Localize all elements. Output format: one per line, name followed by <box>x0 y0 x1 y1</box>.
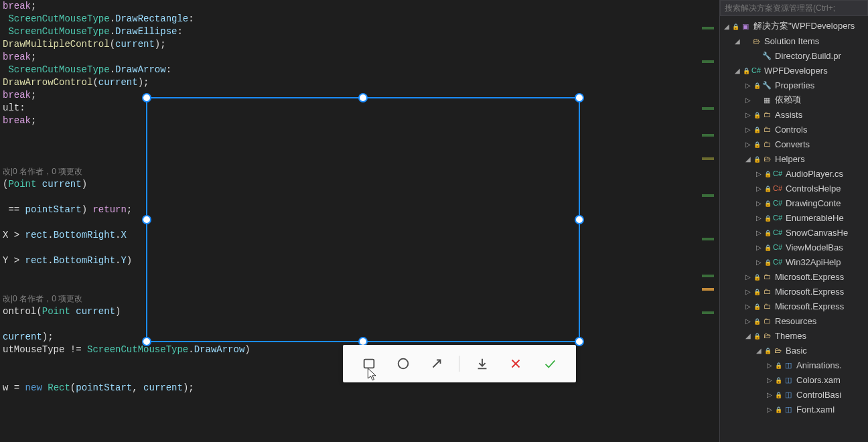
tree-node[interactable]: 🗁Solution Items <box>720 33 868 48</box>
code-line[interactable]: ontrol(Point current) <box>3 305 697 318</box>
tree-node[interactable]: C#ControlsHelpe <box>720 181 868 196</box>
expand-toggle-icon[interactable] <box>733 38 741 45</box>
cancel-button[interactable] <box>504 352 527 375</box>
confirm-button[interactable] <box>538 352 561 375</box>
tree-node[interactable]: 🗀Microsoft.Express <box>720 269 868 284</box>
tree-node[interactable]: 🔧Directory.Build.pr <box>720 48 868 63</box>
xaml-icon: ◫ <box>783 390 794 399</box>
expand-toggle-icon[interactable] <box>755 214 763 222</box>
folder-icon: 🗀 <box>762 301 772 311</box>
expand-toggle-icon[interactable] <box>755 259 763 266</box>
code-line[interactable]: break; <box>3 0 697 13</box>
expand-toggle-icon[interactable] <box>733 67 741 74</box>
solution-search-input[interactable] <box>720 0 868 16</box>
code-line[interactable]: w = new Rect(pointStart, current); <box>3 382 697 394</box>
expand-toggle-icon[interactable] <box>766 391 774 398</box>
tree-node[interactable]: 🗀Microsoft.Express <box>720 284 868 299</box>
code-line[interactable]: 改|0 名作者，0 项更改 <box>3 293 697 305</box>
tree-node[interactable]: C#DrawingConte <box>720 196 868 210</box>
code-line[interactable]: break; <box>3 115 697 127</box>
code-line[interactable]: ult: <box>3 102 697 115</box>
tree-node[interactable]: C#EnumerableHe <box>720 210 868 225</box>
code-line[interactable]: current); <box>3 331 697 344</box>
code-line[interactable]: 改|0 名作者，0 项更改 <box>3 165 697 178</box>
expand-toggle-icon[interactable] <box>744 332 752 340</box>
expand-toggle-icon[interactable] <box>755 347 763 354</box>
tree-node[interactable]: 🗀Assists <box>720 107 868 122</box>
tree-node[interactable]: ▣解决方案"WPFDevelopers <box>720 19 868 33</box>
tree-node-label: 依赖项 <box>775 94 801 106</box>
tree-node[interactable]: ◫Font.xaml <box>720 402 868 417</box>
expand-toggle-icon[interactable] <box>744 82 752 89</box>
tree-node[interactable]: 🗀Resources <box>720 313 868 328</box>
tree-node[interactable]: 🗁Basic <box>720 343 868 358</box>
tree-node[interactable]: C#Win32ApiHelp <box>720 254 868 269</box>
code-line[interactable] <box>3 153 697 165</box>
code-line[interactable]: ScreenCutMouseType.DrawArrow: <box>3 64 697 76</box>
expand-toggle-icon[interactable] <box>744 288 752 295</box>
arrow-icon <box>429 356 444 371</box>
rectangle-icon <box>362 356 376 371</box>
tree-node[interactable]: C#WPFDevelopers <box>720 63 868 78</box>
tree-node[interactable]: 🗀Microsoft.Express <box>720 299 868 313</box>
tree-node[interactable]: C#SnowCanvasHe <box>720 225 868 240</box>
expand-toggle-icon[interactable] <box>766 376 774 384</box>
code-line[interactable]: == pointStart) return; <box>3 204 697 216</box>
code-line[interactable]: break; <box>3 89 697 102</box>
tree-node[interactable]: ▦依赖项 <box>720 92 868 107</box>
code-line[interactable]: DrawMultipleControl(current); <box>3 38 697 51</box>
expand-toggle-icon[interactable] <box>744 96 752 104</box>
code-line[interactable]: X > rect.BottomRight.X <box>3 229 697 242</box>
tree-node-label: AudioPlayer.cs <box>786 169 843 179</box>
tree-node[interactable]: C#ViewModelBas <box>720 240 868 254</box>
ellipse-tool-button[interactable] <box>392 352 415 375</box>
code-line[interactable] <box>3 318 697 331</box>
expand-toggle-icon[interactable] <box>744 303 752 310</box>
expand-toggle-icon[interactable] <box>766 406 774 413</box>
code-line[interactable] <box>3 267 697 280</box>
code-line[interactable] <box>3 280 697 293</box>
rectangle-tool-button[interactable] <box>358 352 380 375</box>
tree-node[interactable]: ◫Animations. <box>720 358 868 372</box>
expand-toggle-icon[interactable] <box>744 141 752 148</box>
tree-node[interactable]: 🗁Helpers <box>720 151 868 166</box>
cs-icon: C# <box>772 183 783 193</box>
code-line[interactable]: Y > rect.BottomRight.Y) <box>3 254 697 267</box>
tree-node[interactable]: ◫Colors.xam <box>720 372 868 387</box>
tree-node[interactable]: 🗀Converts <box>720 137 868 151</box>
code-line[interactable]: ScreenCutMouseType.DrawEllipse: <box>3 25 697 38</box>
folder-open-icon: 🗁 <box>751 36 762 46</box>
code-line[interactable]: (Point current) <box>3 178 697 191</box>
tree-node-label: Microsoft.Express <box>775 301 844 311</box>
expand-toggle-icon[interactable] <box>744 273 752 281</box>
expand-toggle-icon[interactable] <box>723 23 731 30</box>
code-line[interactable] <box>3 127 697 140</box>
code-line[interactable] <box>3 216 697 229</box>
code-line[interactable] <box>3 191 697 204</box>
expand-toggle-icon[interactable] <box>755 170 763 177</box>
expand-toggle-icon[interactable] <box>744 155 752 163</box>
lock-icon <box>764 347 771 354</box>
code-line[interactable]: break; <box>3 51 697 64</box>
expand-toggle-icon[interactable] <box>755 244 763 251</box>
expand-toggle-icon[interactable] <box>755 185 763 192</box>
tree-node[interactable]: 🗁Themes <box>720 328 868 343</box>
code-line[interactable] <box>3 242 697 254</box>
solution-tree[interactable]: ▣解决方案"WPFDevelopers🗁Solution Items🔧Direc… <box>720 16 868 417</box>
tree-node[interactable]: 🔧Properties <box>720 78 868 92</box>
code-line[interactable] <box>3 140 697 153</box>
code-line[interactable]: DrawArrowControl(current); <box>3 76 697 89</box>
expand-toggle-icon[interactable] <box>744 126 752 133</box>
tree-node[interactable]: ◫ControlBasi <box>720 387 868 402</box>
expand-toggle-icon[interactable] <box>766 362 774 369</box>
code-line[interactable]: ScreenCutMouseType.DrawRectangle: <box>3 13 697 25</box>
expand-toggle-icon[interactable] <box>744 317 752 325</box>
expand-toggle-icon[interactable] <box>755 200 763 207</box>
editor-minimap[interactable] <box>697 0 719 442</box>
expand-toggle-icon[interactable] <box>755 229 763 236</box>
arrow-tool-button[interactable] <box>425 352 448 375</box>
save-button[interactable] <box>471 352 494 375</box>
tree-node[interactable]: C#AudioPlayer.cs <box>720 166 868 181</box>
expand-toggle-icon[interactable] <box>744 111 752 119</box>
tree-node[interactable]: 🗀Controls <box>720 122 868 137</box>
